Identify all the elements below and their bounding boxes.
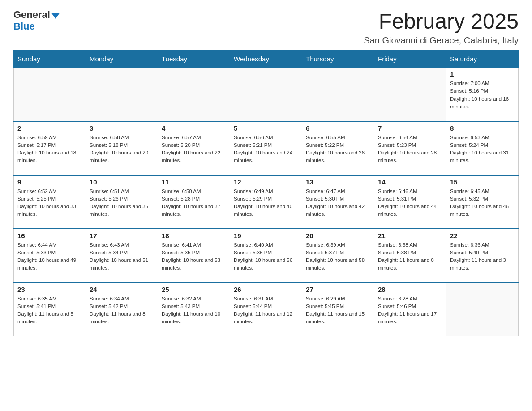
- header-saturday: Saturday: [446, 51, 519, 68]
- day-number: 19: [234, 232, 298, 240]
- day-number: 17: [90, 232, 154, 240]
- calendar-cell-w3-d6: 14Sunrise: 6:46 AMSunset: 5:31 PMDayligh…: [374, 175, 446, 229]
- logo-blue-text: Blue: [13, 21, 35, 32]
- day-info: Sunrise: 6:38 AMSunset: 5:38 PMDaylight:…: [378, 241, 442, 272]
- title-section: February 2025 San Giovanni di Gerace, Ca…: [364, 9, 519, 46]
- calendar-cell-w4-d2: 17Sunrise: 6:43 AMSunset: 5:34 PMDayligh…: [86, 229, 158, 283]
- day-number: 21: [378, 232, 442, 240]
- calendar-cell-w4-d1: 16Sunrise: 6:44 AMSunset: 5:33 PMDayligh…: [14, 229, 86, 283]
- day-info: Sunrise: 6:41 AMSunset: 5:35 PMDaylight:…: [162, 241, 226, 272]
- calendar-cell-w1-d6: [374, 68, 446, 121]
- calendar-week-4: 16Sunrise: 6:44 AMSunset: 5:33 PMDayligh…: [14, 229, 519, 283]
- day-info: Sunrise: 6:29 AMSunset: 5:45 PMDaylight:…: [306, 295, 370, 326]
- calendar-cell-w4-d3: 18Sunrise: 6:41 AMSunset: 5:35 PMDayligh…: [158, 229, 230, 283]
- day-info: Sunrise: 6:44 AMSunset: 5:33 PMDaylight:…: [17, 241, 82, 272]
- day-info: Sunrise: 6:32 AMSunset: 5:43 PMDaylight:…: [162, 295, 226, 326]
- calendar-cell-w1-d1: [14, 68, 86, 121]
- calendar-cell-w2-d3: 4Sunrise: 6:57 AMSunset: 5:20 PMDaylight…: [158, 121, 230, 175]
- day-number: 20: [306, 232, 370, 240]
- calendar-cell-w4-d7: 22Sunrise: 6:36 AMSunset: 5:40 PMDayligh…: [446, 229, 519, 283]
- calendar-cell-w3-d4: 12Sunrise: 6:49 AMSunset: 5:29 PMDayligh…: [230, 175, 302, 229]
- calendar-cell-w5-d5: 27Sunrise: 6:29 AMSunset: 5:45 PMDayligh…: [302, 283, 374, 336]
- calendar-cell-w5-d1: 23Sunrise: 6:35 AMSunset: 5:41 PMDayligh…: [14, 283, 86, 336]
- day-info: Sunrise: 6:43 AMSunset: 5:34 PMDaylight:…: [90, 241, 154, 272]
- calendar-cell-w2-d7: 8Sunrise: 6:53 AMSunset: 5:24 PMDaylight…: [446, 121, 519, 175]
- calendar-cell-w5-d2: 24Sunrise: 6:34 AMSunset: 5:42 PMDayligh…: [86, 283, 158, 336]
- header-wednesday: Wednesday: [230, 51, 302, 68]
- calendar-cell-w5-d7: [446, 283, 519, 336]
- day-number: 10: [90, 178, 154, 186]
- day-info: Sunrise: 6:40 AMSunset: 5:36 PMDaylight:…: [234, 241, 298, 272]
- day-info: Sunrise: 6:39 AMSunset: 5:37 PMDaylight:…: [306, 241, 370, 272]
- page-header: General Blue February 2025 San Giovanni …: [13, 9, 519, 46]
- day-number: 12: [234, 178, 298, 186]
- calendar-cell-w2-d2: 3Sunrise: 6:58 AMSunset: 5:18 PMDaylight…: [86, 121, 158, 175]
- calendar-cell-w4-d4: 19Sunrise: 6:40 AMSunset: 5:36 PMDayligh…: [230, 229, 302, 283]
- day-info: Sunrise: 6:56 AMSunset: 5:21 PMDaylight:…: [234, 134, 298, 165]
- weekday-header-row: Sunday Monday Tuesday Wednesday Thursday…: [14, 51, 519, 68]
- calendar-cell-w5-d4: 26Sunrise: 6:31 AMSunset: 5:44 PMDayligh…: [230, 283, 302, 336]
- day-number: 5: [234, 124, 298, 132]
- header-monday: Monday: [86, 51, 158, 68]
- day-number: 28: [378, 286, 442, 293]
- day-number: 4: [162, 124, 226, 132]
- calendar-cell-w4-d6: 21Sunrise: 6:38 AMSunset: 5:38 PMDayligh…: [374, 229, 446, 283]
- day-info: Sunrise: 6:31 AMSunset: 5:44 PMDaylight:…: [234, 295, 298, 326]
- calendar-cell-w3-d5: 13Sunrise: 6:47 AMSunset: 5:30 PMDayligh…: [302, 175, 374, 229]
- day-info: Sunrise: 6:54 AMSunset: 5:23 PMDaylight:…: [378, 134, 442, 165]
- day-info: Sunrise: 6:28 AMSunset: 5:46 PMDaylight:…: [378, 295, 442, 326]
- day-info: Sunrise: 6:45 AMSunset: 5:32 PMDaylight:…: [450, 188, 515, 218]
- calendar-cell-w1-d7: 1Sunrise: 7:00 AMSunset: 5:16 PMDaylight…: [446, 68, 519, 121]
- calendar-cell-w2-d5: 6Sunrise: 6:55 AMSunset: 5:22 PMDaylight…: [302, 121, 374, 175]
- calendar-week-3: 9Sunrise: 6:52 AMSunset: 5:25 PMDaylight…: [14, 175, 519, 229]
- calendar-cell-w3-d7: 15Sunrise: 6:45 AMSunset: 5:32 PMDayligh…: [446, 175, 519, 229]
- day-info: Sunrise: 7:00 AMSunset: 5:16 PMDaylight:…: [450, 80, 515, 111]
- day-number: 27: [306, 286, 370, 293]
- day-number: 7: [378, 124, 442, 132]
- day-number: 13: [306, 178, 370, 186]
- day-number: 8: [450, 124, 515, 132]
- day-info: Sunrise: 6:35 AMSunset: 5:41 PMDaylight:…: [17, 295, 82, 326]
- calendar-cell-w1-d3: [158, 68, 230, 121]
- day-info: Sunrise: 6:58 AMSunset: 5:18 PMDaylight:…: [90, 134, 154, 165]
- day-number: 11: [162, 178, 226, 186]
- calendar-week-5: 23Sunrise: 6:35 AMSunset: 5:41 PMDayligh…: [14, 283, 519, 336]
- calendar-cell-w3-d3: 11Sunrise: 6:50 AMSunset: 5:28 PMDayligh…: [158, 175, 230, 229]
- day-info: Sunrise: 6:51 AMSunset: 5:26 PMDaylight:…: [90, 188, 154, 218]
- day-info: Sunrise: 6:50 AMSunset: 5:28 PMDaylight:…: [162, 188, 226, 218]
- day-number: 18: [162, 232, 226, 240]
- header-sunday: Sunday: [14, 51, 86, 68]
- day-number: 6: [306, 124, 370, 132]
- day-info: Sunrise: 6:57 AMSunset: 5:20 PMDaylight:…: [162, 134, 226, 165]
- header-friday: Friday: [374, 51, 446, 68]
- logo: General Blue: [13, 9, 60, 32]
- header-thursday: Thursday: [302, 51, 374, 68]
- logo-general-text: General: [13, 9, 50, 21]
- calendar-cell-w2-d6: 7Sunrise: 6:54 AMSunset: 5:23 PMDaylight…: [374, 121, 446, 175]
- calendar-cell-w1-d2: [86, 68, 158, 121]
- calendar-week-1: 1Sunrise: 7:00 AMSunset: 5:16 PMDaylight…: [14, 68, 519, 121]
- calendar-cell-w1-d5: [302, 68, 374, 121]
- calendar-cell-w2-d1: 2Sunrise: 6:59 AMSunset: 5:17 PMDaylight…: [14, 121, 86, 175]
- calendar-cell-w1-d4: [230, 68, 302, 121]
- calendar-cell-w5-d6: 28Sunrise: 6:28 AMSunset: 5:46 PMDayligh…: [374, 283, 446, 336]
- day-info: Sunrise: 6:52 AMSunset: 5:25 PMDaylight:…: [17, 188, 82, 218]
- day-info: Sunrise: 6:47 AMSunset: 5:30 PMDaylight:…: [306, 188, 370, 218]
- day-number: 14: [378, 178, 442, 186]
- calendar-cell-w2-d4: 5Sunrise: 6:56 AMSunset: 5:21 PMDaylight…: [230, 121, 302, 175]
- day-info: Sunrise: 6:53 AMSunset: 5:24 PMDaylight:…: [450, 134, 515, 165]
- day-info: Sunrise: 6:55 AMSunset: 5:22 PMDaylight:…: [306, 134, 370, 165]
- day-number: 23: [17, 286, 82, 293]
- logo-arrow-icon: [51, 13, 60, 19]
- calendar-cell-w3-d2: 10Sunrise: 6:51 AMSunset: 5:26 PMDayligh…: [86, 175, 158, 229]
- day-number: 24: [90, 286, 154, 293]
- day-number: 1: [450, 70, 515, 78]
- calendar-week-2: 2Sunrise: 6:59 AMSunset: 5:17 PMDaylight…: [14, 121, 519, 175]
- day-number: 9: [17, 178, 82, 186]
- day-number: 26: [234, 286, 298, 293]
- day-info: Sunrise: 6:36 AMSunset: 5:40 PMDaylight:…: [450, 241, 515, 272]
- day-number: 15: [450, 178, 515, 186]
- calendar-cell-w4-d5: 20Sunrise: 6:39 AMSunset: 5:37 PMDayligh…: [302, 229, 374, 283]
- calendar-table: Sunday Monday Tuesday Wednesday Thursday…: [13, 50, 519, 336]
- header-tuesday: Tuesday: [158, 51, 230, 68]
